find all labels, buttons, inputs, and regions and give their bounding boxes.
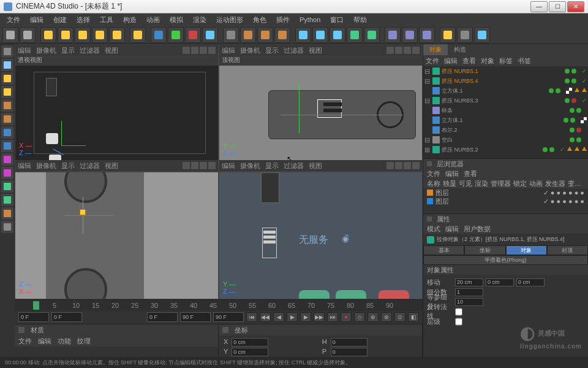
prim-nurbs-button[interactable] (330, 27, 345, 43)
object-row[interactable]: ⊟挤压 NURBS.4✓ (423, 76, 588, 86)
coord-p[interactable] (331, 348, 368, 356)
sel-rect-button[interactable] (40, 27, 56, 43)
brush-tool[interactable] (1, 221, 13, 233)
vp-menu-编辑[interactable]: 编辑 (18, 46, 31, 55)
vp-menu-编辑[interactable]: 编辑 (18, 161, 31, 171)
quant-tool[interactable] (1, 167, 13, 179)
menu-模拟[interactable]: 模拟 (165, 14, 187, 26)
menu-动画[interactable]: 动画 (142, 14, 164, 26)
vp-menu-显示[interactable]: 显示 (265, 161, 279, 171)
vp-menu-摄像机[interactable]: 摄像机 (240, 161, 260, 171)
help-button[interactable] (440, 27, 456, 43)
goto-start-button[interactable]: ⏮ (246, 312, 257, 322)
menu-运动图形[interactable]: 运动图形 (212, 14, 247, 26)
vp-menu-编辑[interactable]: 编辑 (222, 161, 235, 171)
mat-tab-功能[interactable]: 功能 (58, 337, 71, 346)
viewport-canvas[interactable]: X —Z — (15, 66, 218, 160)
object-row[interactable]: ⊞挤压 NURBS.2✓ (423, 145, 588, 155)
vp-menu-显示[interactable]: 显示 (61, 46, 75, 55)
menu-角色[interactable]: 角色 (249, 14, 271, 26)
iso-tool[interactable] (1, 140, 13, 152)
step-fwd-button[interactable]: ▶▶ (314, 312, 325, 322)
play-button[interactable]: ▶ (287, 312, 298, 322)
obj-menu-文件[interactable]: 文件 (426, 56, 439, 66)
minimize-button[interactable]: — (530, 1, 548, 12)
recent-button[interactable] (109, 27, 125, 43)
viewport-top[interactable]: 编辑摄像机显示过滤器视图 顶视图 ↖ Y —Z — 编辑摄像机显示过滤器视图 (219, 44, 423, 172)
object-row[interactable]: 立方体.1 (423, 86, 588, 96)
record-button[interactable]: ● (341, 312, 352, 322)
deform-bend-button[interactable] (385, 27, 401, 43)
viewport-canvas[interactable]: 无服务 ◉᷆ Y —Z — (219, 172, 422, 299)
vp-menu-过滤器[interactable]: 过滤器 (80, 161, 100, 171)
object-row[interactable]: 布尔.2 (423, 125, 588, 135)
viewport-canvas[interactable]: ↖ Y —Z — (219, 66, 422, 160)
menu-工具[interactable]: 工具 (96, 14, 118, 26)
prim-cube-button[interactable] (295, 27, 311, 43)
render-set-button[interactable] (257, 27, 273, 43)
viewport-canvas[interactable]: Z —X — (15, 172, 218, 299)
tab-structure[interactable]: 构造 (448, 44, 472, 55)
vp-menu-编辑[interactable]: 编辑 (222, 46, 235, 55)
menu-Python[interactable]: Python (295, 15, 325, 25)
edge-tool[interactable] (1, 72, 13, 85)
coord-y[interactable] (232, 348, 268, 356)
menu-插件[interactable]: 插件 (272, 14, 294, 26)
layer-row[interactable]: 图层✓ ● ● ● ● ● ● (423, 188, 588, 197)
vp-menu-摄像机[interactable]: 摄像机 (36, 161, 56, 171)
prim-array-button[interactable] (347, 27, 363, 43)
mat-tab-纹理[interactable]: 纹理 (77, 337, 91, 346)
magnet-tool[interactable] (1, 207, 13, 220)
scale-button[interactable] (92, 27, 108, 43)
vp-menu-过滤器[interactable]: 过滤器 (80, 46, 100, 55)
vp-menu-显示[interactable]: 显示 (265, 46, 279, 55)
tab-objects[interactable]: 对象 (423, 44, 448, 55)
maximize-button[interactable]: ☐ (549, 1, 566, 12)
mat-tab-编辑[interactable]: 编辑 (38, 337, 51, 346)
move-button[interactable] (58, 27, 74, 43)
obj-menu-对象[interactable]: 对象 (481, 56, 494, 66)
prev-frame-button[interactable]: ◀ (273, 312, 284, 322)
attr-tab-平滑着色(Phong)[interactable]: 平滑着色(Phong) (423, 255, 588, 265)
menu-渲染[interactable]: 渲染 (189, 14, 211, 26)
vp-menu-视图[interactable]: 视图 (309, 161, 322, 171)
snap-tool[interactable] (1, 153, 13, 166)
model-tool[interactable] (1, 45, 13, 58)
step-back-button[interactable]: ◀◀ (260, 312, 271, 322)
tex-tool[interactable] (1, 99, 13, 112)
viewport-right[interactable]: Z —X — (15, 172, 219, 299)
attr-tab-封顶[interactable]: 封顶 (547, 245, 588, 255)
layer-row[interactable]: 图层✓ ● ● ● ● ● ● (423, 197, 588, 205)
menu-构造[interactable]: 构造 (119, 14, 141, 26)
menu-帮助[interactable]: 帮助 (349, 14, 371, 26)
axis-z-button[interactable] (185, 27, 201, 43)
cube-button[interactable] (202, 27, 218, 43)
layout-button[interactable] (457, 27, 473, 43)
vp-menu-视图[interactable]: 视图 (105, 46, 118, 55)
wp-tool[interactable] (1, 180, 13, 193)
object-manager[interactable]: ⊟挤压 NURBS.1✓⊟挤压 NURBS.4✓立方体.1 ⊟挤压 NURBS.… (423, 66, 588, 158)
menu-创建[interactable]: 创建 (49, 14, 71, 26)
next-frame-button[interactable]: ▶ (300, 312, 311, 322)
frame-start[interactable] (18, 312, 49, 322)
frame-end2[interactable] (213, 312, 244, 322)
timeline-ruler[interactable]: 051015202530354045505560657075808590 (15, 300, 423, 311)
object-row[interactable]: 样条 (423, 105, 588, 115)
object-row[interactable]: ⊟空白 (423, 135, 588, 145)
vp-menu-摄像机[interactable]: 摄像机 (36, 46, 56, 55)
axis-lock-button[interactable] (130, 27, 146, 43)
key-param-button[interactable]: ◧ (408, 312, 419, 322)
menu-文件[interactable]: 文件 (2, 14, 24, 26)
vp-menu-过滤器[interactable]: 过滤器 (284, 161, 304, 171)
menu-编辑[interactable]: 编辑 (26, 14, 48, 26)
autokey-button[interactable]: ◇ (354, 312, 365, 322)
render-reg-button[interactable] (240, 27, 256, 43)
key-scale-button[interactable]: ⊙ (394, 312, 405, 322)
browser-button[interactable] (474, 27, 490, 43)
coord-x[interactable] (232, 338, 268, 347)
poly-tool[interactable] (1, 86, 13, 98)
soft-tool[interactable] (1, 194, 13, 206)
rotate-button[interactable] (75, 27, 91, 43)
mat-tab-文件[interactable]: 文件 (18, 337, 32, 346)
coord-h[interactable] (331, 338, 368, 347)
